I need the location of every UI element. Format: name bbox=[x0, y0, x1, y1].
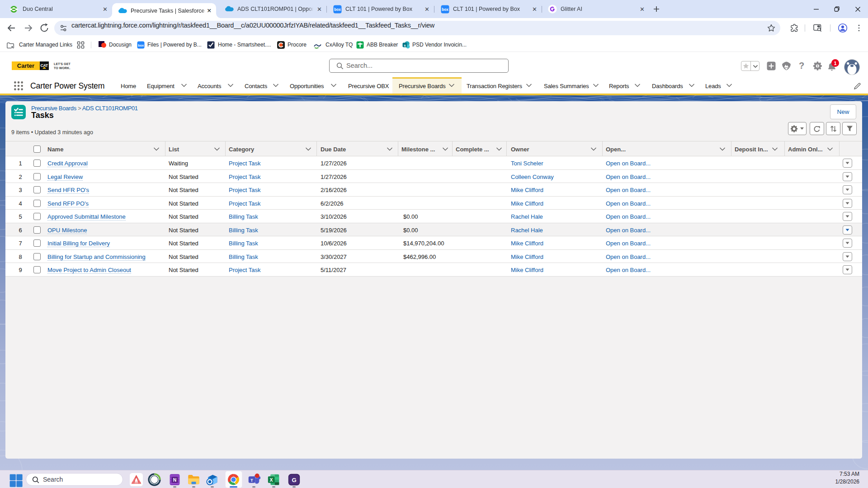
svg-text:box: box bbox=[442, 8, 448, 12]
svg-text:X: X bbox=[270, 478, 273, 483]
svg-text:N: N bbox=[173, 478, 177, 483]
svg-text:box: box bbox=[138, 43, 144, 47]
svg-text:s: s bbox=[404, 43, 406, 47]
svg-text:G: G bbox=[292, 477, 296, 483]
svg-text:T: T bbox=[250, 478, 253, 483]
svg-text:box: box bbox=[334, 8, 341, 12]
